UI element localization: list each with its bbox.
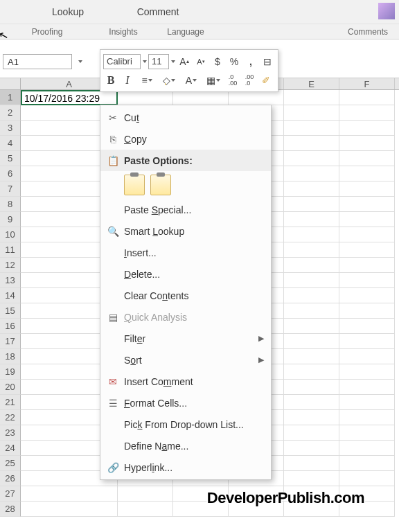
row-header[interactable]: 22 (0, 410, 21, 425)
menu-smart-lookup[interactable]: 🔍Smart Lookup (100, 220, 271, 242)
column-header-E[interactable]: E (284, 78, 339, 89)
cell-E25[interactable] (284, 456, 339, 471)
increase-font-icon[interactable]: A▴ (177, 54, 192, 69)
cell-D1[interactable] (229, 90, 284, 105)
cell-F17[interactable] (339, 334, 395, 349)
cell-F13[interactable] (339, 273, 395, 288)
cell-B1[interactable] (118, 90, 173, 105)
cell-B27[interactable] (118, 486, 173, 502)
cell-F14[interactable] (339, 288, 395, 303)
cell-E1[interactable] (284, 90, 339, 105)
paste-option-default[interactable] (124, 175, 145, 195)
row-header[interactable]: 1 (0, 90, 21, 105)
cell-F20[interactable] (339, 380, 395, 395)
row-header[interactable]: 23 (0, 425, 21, 441)
format-painter-icon[interactable]: ✐ (258, 73, 274, 88)
menu-pick-from-list[interactable]: Pick From Drop-down List... (100, 414, 271, 435)
cell-C1[interactable] (173, 90, 229, 105)
menu-copy[interactable]: ⎘Copy (100, 128, 271, 150)
menu-hyperlink[interactable]: 🔗Hyperlink... (100, 456, 271, 478)
menu-define-name[interactable]: Define Name... (100, 435, 271, 456)
cell-E19[interactable] (284, 364, 339, 380)
cell-F11[interactable] (339, 242, 395, 258)
cell-E9[interactable] (284, 212, 339, 227)
cell-F22[interactable] (339, 410, 395, 425)
row-header[interactable]: 6 (0, 166, 21, 181)
font-name-dropdown[interactable] (143, 60, 147, 63)
row-header[interactable]: 21 (0, 395, 21, 410)
cell-E16[interactable] (284, 319, 339, 334)
cell-B28[interactable] (118, 502, 173, 517)
menu-sort[interactable]: Sort▶ (100, 349, 271, 371)
cell-E26[interactable] (284, 471, 339, 486)
cell-E23[interactable] (284, 425, 339, 441)
row-header[interactable]: 7 (0, 181, 21, 197)
cell-F10[interactable] (339, 227, 395, 242)
cell-E13[interactable] (284, 273, 339, 288)
name-box[interactable] (3, 54, 72, 69)
menu-insert-comment[interactable]: ✉Insert Comment (100, 371, 271, 392)
cell-F8[interactable] (339, 197, 395, 212)
italic-button[interactable]: I (120, 73, 135, 88)
cell-E10[interactable] (284, 227, 339, 242)
smart-lookup-button[interactable]: Lookup (26, 6, 109, 17)
row-header[interactable]: 26 (0, 471, 21, 486)
accounting-format-icon[interactable]: $ (210, 54, 225, 69)
cell-F4[interactable] (339, 136, 395, 151)
cell-F9[interactable] (339, 212, 395, 227)
font-size-input[interactable] (148, 54, 169, 69)
row-header[interactable]: 28 (0, 502, 21, 517)
cell-F3[interactable] (339, 121, 395, 136)
cell-E22[interactable] (284, 410, 339, 425)
cell-F12[interactable] (339, 258, 395, 273)
cell-E8[interactable] (284, 197, 339, 212)
cell-A1[interactable]: 10/17/2016 23:29 (21, 90, 118, 105)
font-color-icon[interactable]: A (181, 73, 202, 88)
fill-color-icon[interactable]: ◇ (159, 73, 179, 88)
cell-F2[interactable] (339, 105, 395, 121)
menu-insert[interactable]: Insert... (100, 242, 271, 263)
row-header[interactable]: 17 (0, 334, 21, 349)
cell-F24[interactable] (339, 441, 395, 456)
font-size-dropdown[interactable] (171, 60, 175, 63)
cell-E3[interactable] (284, 121, 339, 136)
row-header[interactable]: 14 (0, 288, 21, 303)
decrease-font-icon[interactable]: A▾ (193, 54, 209, 69)
cell-E24[interactable] (284, 441, 339, 456)
row-header[interactable]: 18 (0, 349, 21, 364)
row-header[interactable]: 5 (0, 151, 21, 166)
align-center-icon[interactable]: ≡ (136, 73, 157, 88)
cell-E2[interactable] (284, 105, 339, 121)
row-header[interactable]: 2 (0, 105, 21, 121)
cell-F18[interactable] (339, 349, 395, 364)
cell-E15[interactable] (284, 303, 339, 319)
decrease-decimal-icon[interactable]: .00.0 (242, 73, 257, 88)
cell-E18[interactable] (284, 349, 339, 364)
menu-cut[interactable]: ✂Cut (100, 107, 271, 128)
select-all-corner[interactable] (0, 78, 21, 89)
row-header[interactable]: 8 (0, 197, 21, 212)
cell-E12[interactable] (284, 258, 339, 273)
cell-E20[interactable] (284, 380, 339, 395)
row-header[interactable]: 27 (0, 486, 21, 502)
column-header-F[interactable]: F (339, 78, 395, 89)
borders-icon[interactable]: ▦ (203, 73, 224, 88)
cell-F1[interactable] (339, 90, 395, 105)
cell-E6[interactable] (284, 166, 339, 181)
ink-button[interactable] (378, 3, 395, 19)
cell-F16[interactable] (339, 319, 395, 334)
row-header[interactable]: 3 (0, 121, 21, 136)
row-header[interactable]: 13 (0, 273, 21, 288)
row-header[interactable]: 11 (0, 242, 21, 258)
row-header[interactable]: 12 (0, 258, 21, 273)
percent-format-icon[interactable]: % (227, 54, 242, 69)
row-header[interactable]: 19 (0, 364, 21, 380)
cell-F26[interactable] (339, 471, 395, 486)
name-box-dropdown[interactable] (75, 54, 85, 69)
comma-format-icon[interactable]: , (243, 54, 258, 69)
menu-filter[interactable]: Filter▶ (100, 328, 271, 349)
cell-E21[interactable] (284, 395, 339, 410)
menu-delete[interactable]: Delete... (100, 263, 271, 285)
cell-F6[interactable] (339, 166, 395, 181)
increase-decimal-icon[interactable]: .0.00 (225, 73, 240, 88)
